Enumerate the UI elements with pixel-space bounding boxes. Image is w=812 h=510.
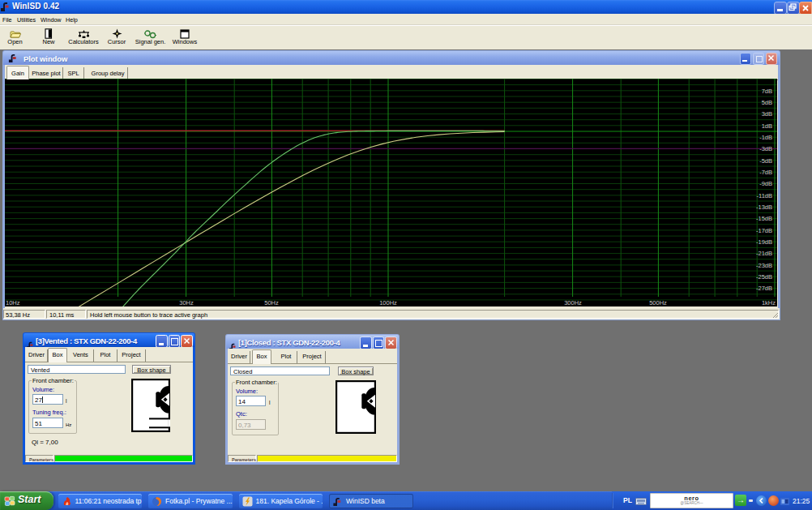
svg-text:1kHz: 1kHz bbox=[762, 299, 776, 306]
svg-text:7dB: 7dB bbox=[762, 88, 772, 95]
svg-text:-9dB: -9dB bbox=[759, 180, 772, 187]
svg-text:-21dB: -21dB bbox=[756, 250, 772, 257]
svg-text:-19dB: -19dB bbox=[756, 238, 772, 246]
svg-text:-13dB: -13dB bbox=[756, 204, 772, 211]
svg-text:3dB: 3dB bbox=[762, 110, 772, 118]
svg-text:-7dB: -7dB bbox=[759, 169, 772, 176]
svg-text:-5dB: -5dB bbox=[759, 157, 772, 165]
svg-text:50Hz: 50Hz bbox=[264, 299, 279, 306]
svg-text:-27dB: -27dB bbox=[756, 285, 772, 292]
svg-text:-3dB: -3dB bbox=[759, 145, 772, 152]
svg-text:5dB: 5dB bbox=[762, 99, 772, 106]
svg-text:-23dB: -23dB bbox=[756, 262, 772, 269]
svg-text:-25dB: -25dB bbox=[756, 273, 772, 281]
svg-text:500Hz: 500Hz bbox=[649, 299, 667, 306]
svg-text:-15dB: -15dB bbox=[756, 215, 772, 222]
svg-text:30Hz: 30Hz bbox=[179, 299, 194, 306]
svg-text:-1dB: -1dB bbox=[759, 134, 772, 141]
svg-text:100Hz: 100Hz bbox=[379, 299, 397, 306]
svg-text:-17dB: -17dB bbox=[756, 227, 772, 234]
svg-text:300Hz: 300Hz bbox=[564, 299, 582, 306]
svg-text:-11dB: -11dB bbox=[757, 192, 772, 199]
svg-text:1dB: 1dB bbox=[762, 122, 772, 130]
svg-text:10Hz: 10Hz bbox=[6, 299, 20, 306]
